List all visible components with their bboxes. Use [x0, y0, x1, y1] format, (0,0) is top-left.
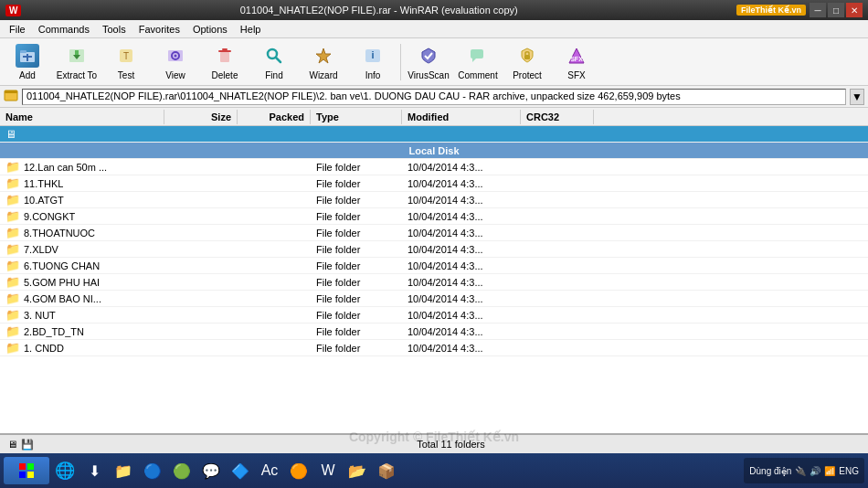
- file-name: 📁 4.GOM BAO NI...: [0, 292, 164, 305]
- table-row[interactable]: 📁 9.CONGKT File folder 10/04/2014 4:3...: [0, 208, 868, 225]
- menu-options[interactable]: Options: [187, 22, 233, 37]
- find-icon: [260, 43, 288, 69]
- svg-rect-29: [19, 472, 26, 478]
- folder-icon: 📁: [5, 193, 20, 207]
- taskbar-chrome-icon[interactable]: 🔵: [139, 458, 166, 483]
- comment-button[interactable]: Comment: [454, 41, 502, 83]
- menu-help[interactable]: Help: [235, 22, 267, 37]
- col-header-size[interactable]: Size: [164, 110, 238, 124]
- app-logo: W: [5, 5, 21, 16]
- table-row[interactable]: 📁 12.Lan can 50m ... File folder 10/04/2…: [0, 159, 868, 175]
- col-header-packed[interactable]: Packed: [238, 110, 311, 124]
- table-row[interactable]: 📁 3. NUT File folder 10/04/2014 4:3...: [0, 307, 868, 324]
- file-type: File folder: [311, 211, 402, 222]
- taskbar-explorer-icon[interactable]: 📂: [344, 458, 371, 483]
- test-label: Test: [118, 70, 134, 80]
- taskbar-icon3[interactable]: 📁: [110, 458, 137, 483]
- svg-rect-28: [27, 463, 34, 470]
- folder-icon: 📁: [5, 242, 20, 256]
- computer-icon: 🖥: [7, 439, 17, 451]
- file-name: 📁 6.TUONG CHAN: [0, 259, 164, 272]
- table-row[interactable]: 📁 7.XLDV File folder 10/04/2014 4:3...: [0, 241, 868, 258]
- taskbar-icon9[interactable]: 🟠: [285, 458, 312, 483]
- extract-button[interactable]: Extract To: [53, 41, 101, 83]
- file-name: 📁 12.Lan can 50m ...: [0, 160, 164, 174]
- sfx-button[interactable]: SFX SFX: [553, 41, 600, 83]
- titlebar: W 011004_NHATLE2(NOP FILE).rar - WinRAR …: [0, 0, 868, 20]
- comment-label: Comment: [458, 70, 497, 80]
- file-list-container: Name Size Packed Type Modified CRC32 🖥: [0, 108, 868, 433]
- wizard-button[interactable]: Wizard: [300, 41, 347, 83]
- test-button[interactable]: T Test: [102, 41, 150, 83]
- file-modified: 10/04/2014 4:3...: [402, 244, 521, 255]
- address-path[interactable]: 011004_NHATLE2(NOP FILE).rar\011004_NHAT…: [22, 89, 846, 105]
- table-row[interactable]: 📁 8.THOATNUOC File folder 10/04/2014 4:3…: [0, 225, 868, 241]
- file-modified: 10/04/2014 4:3...: [402, 343, 521, 354]
- add-button[interactable]: Add: [4, 41, 51, 83]
- folder-icon: 📁: [5, 324, 20, 338]
- table-row[interactable]: 📁 5.GOM PHU HAI File folder 10/04/2014 4…: [0, 274, 868, 291]
- tray-lang[interactable]: ENG: [839, 466, 859, 476]
- taskbar-torrent-icon[interactable]: ⬇: [80, 458, 108, 483]
- column-headers: Name Size Packed Type Modified CRC32: [0, 108, 868, 126]
- menu-commands[interactable]: Commands: [33, 22, 95, 37]
- table-row[interactable]: 📁 1. CNDD File folder 10/04/2014 4:3...: [0, 340, 868, 356]
- delete-icon: [211, 43, 238, 69]
- file-modified: 10/04/2014 4:3...: [402, 293, 521, 304]
- taskbar-word-icon[interactable]: W: [314, 458, 342, 483]
- virusscan-button[interactable]: VirusScan: [405, 41, 452, 83]
- window-title: 011004_NHATLE2(NOP FILE).rar - WinRAR (e…: [21, 5, 736, 16]
- hdd-icon: 💾: [21, 439, 34, 451]
- col-header-type[interactable]: Type: [311, 110, 402, 124]
- taskbar-ie-icon[interactable]: 🌐: [51, 458, 79, 483]
- minimize-button[interactable]: ─: [810, 3, 826, 17]
- file-modified: 10/04/2014 4:3...: [402, 326, 521, 337]
- toolbar-separator: [400, 44, 401, 80]
- col-header-modified[interactable]: Modified: [402, 110, 521, 124]
- svg-text:i: i: [371, 49, 374, 60]
- maximize-button[interactable]: □: [828, 3, 844, 17]
- svg-rect-26: [5, 90, 17, 93]
- taskbar-autocad-icon[interactable]: Ac: [256, 458, 283, 483]
- menu-file[interactable]: File: [4, 22, 31, 37]
- table-row[interactable]: 📁 10.ATGT File folder 10/04/2014 4:3...: [0, 192, 868, 208]
- col-header-crc[interactable]: CRC32: [521, 110, 594, 124]
- protect-label: Protect: [513, 70, 542, 80]
- info-button[interactable]: i Info: [349, 41, 397, 83]
- file-rows: 🖥 Local Disk 📁 12.Lan can 50m ... File f…: [0, 126, 868, 433]
- menu-tools[interactable]: Tools: [97, 22, 132, 37]
- taskbar-icon5[interactable]: 🟢: [168, 458, 196, 483]
- brand-logo: FileThiết Kế.vn: [736, 5, 806, 16]
- menubar: File Commands Tools Favorites Options He…: [0, 20, 868, 38]
- folder-icon: 📁: [5, 176, 20, 190]
- taskbar-zalo-icon[interactable]: 💬: [197, 458, 225, 483]
- svg-rect-1: [20, 50, 26, 53]
- col-header-name[interactable]: Name: [0, 110, 164, 124]
- taskbar-icon7[interactable]: 🔷: [227, 458, 254, 483]
- view-label: View: [165, 70, 185, 80]
- view-button[interactable]: View: [152, 41, 199, 83]
- menu-favorites[interactable]: Favorites: [133, 22, 185, 37]
- file-name: 📁 1. CNDD: [0, 341, 164, 355]
- delete-button[interactable]: Delete: [201, 41, 249, 83]
- archive-icon: [4, 88, 18, 105]
- table-row[interactable]: 📁 2.BD_TD_TN File folder 10/04/2014 4:3.…: [0, 324, 868, 340]
- table-row[interactable]: 🖥: [0, 126, 868, 143]
- view-icon: [162, 43, 189, 69]
- table-row[interactable]: 📁 11.THKL File folder 10/04/2014 4:3...: [0, 175, 868, 192]
- address-dropdown[interactable]: ▼: [850, 89, 864, 105]
- taskbar-winrar-icon[interactable]: 📦: [373, 458, 400, 483]
- find-button[interactable]: Find: [250, 41, 298, 83]
- protect-icon: [513, 43, 541, 69]
- table-row[interactable]: 📁 4.GOM BAO NI... File folder 10/04/2014…: [0, 291, 868, 307]
- file-type: File folder: [311, 228, 402, 239]
- close-button[interactable]: ✕: [846, 3, 863, 17]
- info-icon: i: [359, 43, 386, 69]
- file-type: File folder: [311, 178, 402, 189]
- start-button[interactable]: [4, 457, 49, 484]
- file-type: File folder: [311, 310, 402, 321]
- addressbar: 011004_NHATLE2(NOP FILE).rar\011004_NHAT…: [0, 86, 868, 108]
- protect-button[interactable]: Protect: [503, 41, 551, 83]
- svg-rect-27: [19, 463, 26, 470]
- table-row[interactable]: 📁 6.TUONG CHAN File folder 10/04/2014 4:…: [0, 258, 868, 274]
